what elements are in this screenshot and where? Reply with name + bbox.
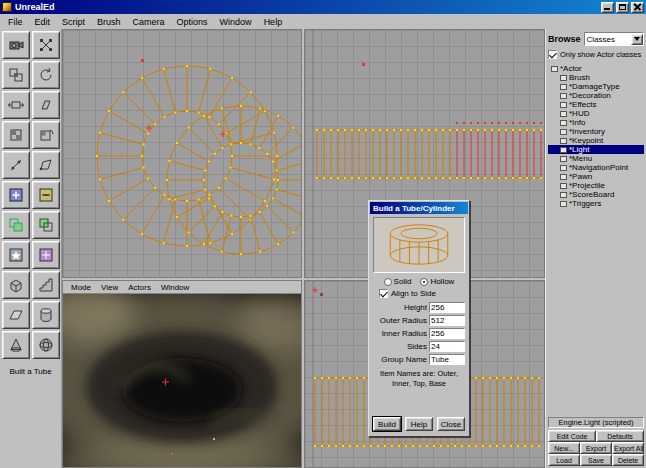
add-brush-button[interactable] [2,181,30,209]
class-icon [560,111,567,117]
menu-actors[interactable]: Actors [123,282,156,293]
cone-primitive-button[interactable] [2,331,30,359]
hollow-radio-option[interactable]: Hollow [420,277,454,286]
inner-radius-input[interactable] [429,328,465,339]
class-item-damagetype[interactable]: *DamageType [548,82,644,91]
help-button[interactable]: Help [405,417,433,431]
viewport-top-2d[interactable] [62,29,302,278]
menu-script[interactable]: Script [56,16,91,28]
export-button[interactable]: Export [580,442,612,454]
class-item-brush[interactable]: Brush [548,73,644,82]
class-item-keypoint[interactable]: *Keypoint [548,136,644,145]
item-names-note: Item Names are: Outer, Inner, Top, Base [373,369,465,389]
class-label: *Inventory [569,127,605,136]
class-item-light[interactable]: *Light [548,145,644,154]
brush-clip-button[interactable] [2,151,30,179]
menu-mode[interactable]: Mode [66,282,96,293]
new-button[interactable]: New... [548,442,580,454]
class-item-projectile[interactable]: *Projectile [548,181,644,190]
menu-view[interactable]: View [96,282,123,293]
menu-camera[interactable]: Camera [127,16,171,28]
sides-input[interactable] [429,341,465,352]
viewport-3d-render[interactable] [63,294,301,467]
texture-rotate-button[interactable] [32,121,60,149]
class-label: *DamageType [569,82,620,91]
menu-edit[interactable]: Edit [29,16,57,28]
texture-pan-icon [7,126,25,144]
menu-options[interactable]: Options [171,16,214,28]
brush-scale-button[interactable] [2,61,30,89]
only-actor-checkbox[interactable] [548,50,557,59]
outer-radius-field-row: Outer Radius [373,315,465,326]
menu-brush[interactable]: Brush [91,16,127,28]
menu-window[interactable]: Window [214,16,258,28]
intersect-brush-icon [7,216,25,234]
class-item-triggers[interactable]: *Triggers [548,199,644,208]
class-item-scoreboard[interactable]: *ScoreBoard [548,190,644,199]
add-special-brush-button[interactable] [2,241,30,269]
class-item-pawn[interactable]: *Pawn [548,172,644,181]
menu-window[interactable]: Window [156,282,194,293]
class-icon [560,138,567,144]
class-icon [560,174,567,180]
menu-help[interactable]: Help [258,16,289,28]
class-item-hud[interactable]: *HUD [548,109,644,118]
class-item-actor[interactable]: *Actor [548,64,644,73]
group-name-input[interactable] [429,354,465,365]
tube-preview [373,217,465,273]
class-item-navigationpoint[interactable]: *NavigationPoint [548,163,644,172]
dialog-title-bar[interactable]: Build a Tube/Cylinder [370,202,468,214]
load-button[interactable]: Load [548,454,580,466]
solid-radio-option[interactable]: Solid [384,277,412,286]
cube-primitive-button[interactable] [2,271,30,299]
add-mover-brush-button[interactable] [32,241,60,269]
close-dialog-button[interactable]: Close [437,417,465,431]
defaults-button[interactable]: Defaults [596,430,644,442]
outer-radius-input[interactable] [429,315,465,326]
browser-mode-select[interactable]: Classes [584,32,644,46]
only-actor-label: Only show Actor classes [560,50,641,59]
brush-shear-button[interactable] [32,91,60,119]
hollow-radio[interactable] [420,278,428,286]
save-button[interactable]: Save [580,454,612,466]
camera-move-button[interactable] [2,31,30,59]
curved-stair-primitive-button[interactable] [32,271,60,299]
class-item-menu[interactable]: *Menu [548,154,644,163]
height-input[interactable] [429,302,465,313]
minimize-button[interactable] [601,2,614,13]
maximize-button[interactable] [616,2,629,13]
class-item-decoration[interactable]: *Decoration [548,91,644,100]
subtract-brush-button[interactable] [32,181,60,209]
edit-code-button[interactable]: Edit Code [548,430,596,442]
vertex-edit-button[interactable] [32,31,60,59]
actor-filter-row: Only show Actor classes [548,50,644,59]
deintersect-brush-button[interactable] [32,211,60,239]
export-all-button[interactable]: Export All [612,442,644,454]
class-label: *Effects [569,100,596,109]
sphere-primitive-button[interactable] [32,331,60,359]
align-to-side-checkbox[interactable] [379,289,388,298]
intersect-brush-button[interactable] [2,211,30,239]
menu-file[interactable]: File [2,16,29,28]
class-item-inventory[interactable]: *Inventory [548,127,644,136]
class-label: *ScoreBoard [569,190,614,199]
solid-radio[interactable] [384,278,392,286]
cylinder-primitive-button[interactable] [32,301,60,329]
brush-rotate-button[interactable] [32,61,60,89]
build-button[interactable]: Build [373,417,401,431]
class-label: *NavigationPoint [569,163,628,172]
class-item-info[interactable]: *Info [548,118,644,127]
close-button[interactable] [631,2,644,13]
class-label: Brush [569,73,590,82]
sheet-primitive-button[interactable] [2,301,30,329]
texture-pan-button[interactable] [2,121,30,149]
align-to-side-option[interactable]: Align to Side [379,289,465,298]
class-item-effects[interactable]: *Effects [548,100,644,109]
viewport-3d[interactable]: ModeViewActorsWindow [62,280,302,468]
combo-dropdown-button[interactable] [631,34,643,45]
polygon-draw-button[interactable] [32,151,60,179]
top-view-wireframe [63,30,301,277]
brush-stretch-button[interactable] [2,91,30,119]
chevron-down-icon [634,37,640,41]
delete-button[interactable]: Delete [612,454,644,466]
